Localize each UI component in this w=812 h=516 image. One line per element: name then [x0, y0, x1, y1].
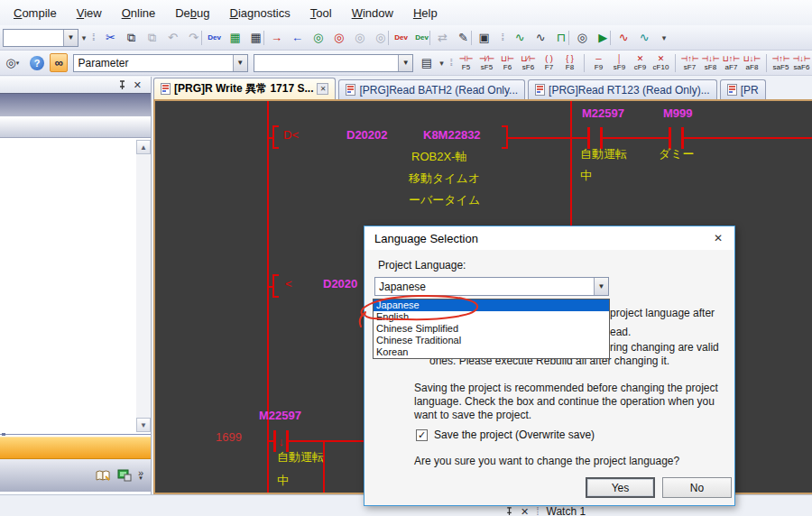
help-icon[interactable]: ?	[27, 53, 46, 73]
project-language-combo[interactable]: Japanese ▼	[374, 277, 609, 296]
document-tab[interactable]: [PR ✕	[720, 79, 766, 99]
tab-label: [PRG]Read RT123 (Read Only)...	[549, 84, 710, 97]
monitor-mode-icon[interactable]: ▦	[226, 28, 245, 48]
checkbox[interactable]: ✓	[416, 429, 428, 441]
toolbar-overflow-icon[interactable]: ▾	[78, 33, 89, 42]
menu-item[interactable]: Tool	[300, 2, 342, 24]
menu-item[interactable]: Compile	[4, 2, 67, 24]
pin-icon[interactable]	[118, 80, 126, 90]
toolbar-overflow-icon[interactable]: ▾	[437, 59, 448, 68]
document-tab[interactable]: [PRG]Read RT123 (Read Only)... ✕	[528, 79, 717, 99]
ladder-symbol-button[interactable]: ⊔↑⊢aF7	[721, 51, 742, 75]
navigation-toolbar-bar[interactable]	[0, 116, 151, 138]
toolbar-grip[interactable]: ⁞⁞	[502, 32, 503, 42]
paste-icon[interactable]: ⧉	[143, 28, 162, 48]
scroll-up-icon[interactable]: ▲	[136, 140, 151, 154]
device-find-icon[interactable]: ◎▾	[3, 53, 22, 73]
caution-text-fragment: ring changing are valid	[610, 341, 719, 354]
navigation-tree-area[interactable]: ▲ ▼	[0, 138, 151, 434]
menu-item[interactable]: View	[67, 2, 112, 24]
scrollbar[interactable]: ▲ ▼	[136, 140, 151, 432]
language-option[interactable]: English	[374, 311, 609, 323]
ladder-symbol-button[interactable]: ✕cF10	[651, 51, 671, 75]
pause-monitor-icon[interactable]: ◎	[350, 28, 370, 48]
ladder-symbol-toolbar: ⊣⊢F5 ⊣∕⊢sF5 ⊔⊢F6 ⊔∕⊢sF6 ( )F7 { }F8 ─F	[456, 51, 812, 75]
stop-monitor-icon[interactable]: ◎	[329, 28, 349, 48]
graph-red-icon[interactable]: ∿	[614, 28, 633, 48]
verify-icon[interactable]: ⇄	[433, 28, 453, 48]
ladder-symbol-button[interactable]: │sF9	[609, 51, 630, 75]
ladder-symbol-button[interactable]: ✕cF9	[630, 51, 651, 75]
down-arrow-icon: ↓	[278, 436, 284, 447]
ladder-symbol-button[interactable]: ⊔∕⊢sF6	[518, 51, 539, 75]
device-display-icon[interactable]: Dev	[392, 28, 411, 48]
combo-arrow-icon[interactable]: ▼	[233, 55, 247, 71]
ladder-symbol-button[interactable]: ⊣↑⊢saF5	[770, 51, 791, 75]
device-comment-icon[interactable]: Dev	[205, 28, 225, 48]
combo-arrow-icon[interactable]: ▼	[594, 278, 608, 295]
menu-item[interactable]: Window	[342, 2, 403, 24]
write-to-plc-icon[interactable]: →	[267, 28, 287, 48]
ladder-symbol-button[interactable]: ⊣↑⊢sF7	[679, 51, 700, 75]
ladder-symbol-button[interactable]: ─F9	[588, 51, 609, 75]
find-icon[interactable]: ∞	[50, 53, 69, 72]
close-icon[interactable]: ✕	[134, 80, 142, 90]
trace-search-icon[interactable]: ◎	[572, 28, 592, 48]
book-icon[interactable]	[96, 470, 111, 482]
undo-icon[interactable]: ↶	[163, 28, 183, 48]
ladder-symbol-button[interactable]: ( )F7	[539, 51, 559, 75]
find-target-combo[interactable]: Parameter ▼	[73, 54, 247, 72]
pin-icon[interactable]	[505, 507, 513, 516]
yes-button[interactable]: Yes	[586, 477, 655, 498]
pc-monitor-icon[interactable]: ▣	[475, 28, 494, 48]
language-option[interactable]: Japanese	[374, 299, 609, 311]
toolbar-grip[interactable]: ⁞⁞	[92, 32, 94, 42]
device-label: D20202	[346, 128, 388, 142]
confirm-question-text: Are you sure you want to change the proj…	[414, 455, 679, 467]
language-option[interactable]: Chinese Simplified	[374, 323, 609, 335]
copy-icon[interactable]: ⧉	[122, 28, 142, 48]
language-option[interactable]: Korean	[374, 346, 609, 358]
combo-arrow-icon[interactable]: ▼	[63, 30, 78, 46]
scroll-down-icon[interactable]: ▼	[136, 418, 151, 432]
print-preview-icon[interactable]: ▤	[417, 53, 436, 73]
address-combo[interactable]: ▼	[254, 54, 414, 72]
footer-overflow-icon[interactable]: » ▼	[138, 470, 143, 481]
toolbar-grip[interactable]: ⁞⁞	[449, 58, 451, 68]
checkbox-label: Save the project (Overwrite save)	[434, 428, 595, 441]
ladder-symbol-button[interactable]: ⊔↓⊢aF8	[742, 51, 762, 75]
cut-icon[interactable]: ✂	[101, 28, 121, 48]
graph-teal-icon[interactable]: ∿	[634, 28, 654, 48]
save-project-checkbox-row[interactable]: ✓ Save the project (Overwrite save)	[416, 428, 595, 441]
navigation-caption-bar[interactable]	[0, 93, 151, 116]
no-button[interactable]: No	[662, 477, 732, 498]
menu-item[interactable]: Help	[403, 2, 448, 24]
ladder-symbol-button[interactable]: ⊣∕⊢sF5	[476, 51, 497, 75]
language-option[interactable]: Chinese Traditional	[374, 335, 609, 346]
zoom-combo[interactable]: ▼	[3, 29, 78, 47]
ladder-symbol-button[interactable]: ⊣↓⊢sF8	[700, 51, 721, 75]
selected-category-bar[interactable]	[0, 437, 151, 459]
menu-item[interactable]: Diagnostics	[220, 2, 300, 24]
panel-splitter[interactable]	[0, 434, 151, 437]
monitor-device-icon[interactable]	[117, 469, 132, 482]
trace-start-icon[interactable]: ∿	[531, 28, 550, 48]
ladder-symbol-button[interactable]: ⊣⊢F5	[456, 51, 476, 75]
ladder-symbol-button[interactable]: ⊣↓⊢saF6	[791, 51, 812, 75]
watch-window-caption[interactable]: ✕ ⁞ Watch 1	[505, 505, 586, 516]
menu-item[interactable]: Online	[112, 2, 166, 24]
combo-arrow-icon[interactable]: ▼	[398, 55, 412, 71]
start-monitor-icon[interactable]: ◎	[309, 28, 328, 48]
toolbar-overflow-icon[interactable]: ▾	[659, 33, 669, 42]
document-tab[interactable]: [PRG]R Write 異常 1717 S... ✕	[153, 78, 336, 99]
close-icon[interactable]: ✕	[521, 507, 529, 516]
tab-close-icon[interactable]: ✕	[317, 83, 328, 95]
dialog-close-icon[interactable]: ✕	[703, 227, 734, 249]
ladder-symbol-button[interactable]: ⊔⊢F6	[497, 51, 518, 75]
read-from-plc-icon[interactable]: ←	[288, 28, 308, 48]
ladder-symbol-button[interactable]: { }F8	[559, 51, 580, 75]
menu-item[interactable]: Debug	[165, 2, 219, 24]
trace-setting-icon[interactable]: ∿	[510, 28, 530, 48]
document-tab[interactable]: [PRG]Read BATH2 (Read Only... ✕	[338, 79, 525, 99]
caution-text-fragment: project language after	[610, 307, 715, 319]
